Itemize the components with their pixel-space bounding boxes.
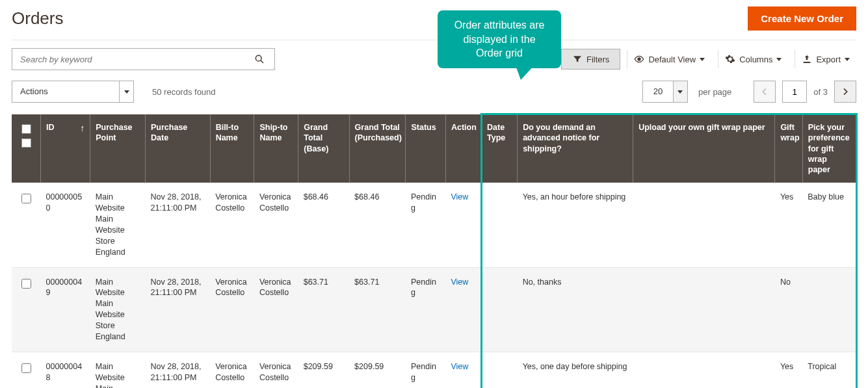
cell-upload-wrap	[633, 352, 775, 388]
view-link[interactable]: View	[451, 192, 468, 201]
records-found-text: 50 records found	[152, 87, 216, 97]
cell-date-type	[482, 267, 518, 352]
cell-upload-wrap	[633, 183, 775, 267]
table-row[interactable]: 000000048 Main Website Main Website Stor…	[12, 352, 856, 388]
col-header-action[interactable]: Action	[445, 114, 481, 183]
cell-grand-total-purchased: $63.71	[349, 267, 406, 352]
actions-dropdown[interactable]: Actions	[12, 81, 134, 103]
col-header-advanced-notice[interactable]: Do you demand an advanced notice for shi…	[518, 114, 633, 183]
table-row[interactable]: 000000050 Main Website Main Website Stor…	[12, 183, 856, 267]
table-row[interactable]: 000000049 Main Website Main Website Stor…	[12, 267, 856, 352]
cell-purchase-date: Nov 28, 2018, 21:11:00 PM	[146, 352, 211, 388]
cell-wrap-pref	[802, 267, 856, 352]
cell-id: 000000050	[41, 183, 90, 267]
filters-label: Filters	[586, 55, 609, 64]
cell-id: 000000048	[41, 352, 90, 388]
cell-gift-wrap: No	[775, 267, 802, 352]
cell-status: Pending	[406, 267, 445, 352]
annotation-callout: Order attributes are displayed in the Or…	[438, 10, 561, 68]
funnel-icon	[572, 54, 583, 64]
cell-grand-total-base: $68.46	[298, 183, 349, 267]
cell-date-type	[482, 352, 518, 388]
chevron-down-icon	[677, 90, 683, 94]
col-header-grand-total-base[interactable]: Grand Total (Base)	[298, 114, 349, 183]
actions-dropdown-caret[interactable]	[119, 81, 133, 102]
per-page-caret[interactable]	[673, 81, 687, 102]
col-header-purchase-date[interactable]: Purchase Date	[146, 114, 211, 183]
cell-grand-total-base: $63.71	[298, 267, 349, 352]
search-input[interactable]	[12, 49, 244, 70]
cell-advanced-notice: Yes, an hour before shipping	[518, 183, 633, 267]
col-header-wrap-pref[interactable]: Pick your preference for gift wrap paper	[802, 114, 856, 183]
svg-line-1	[261, 60, 263, 63]
sort-arrow-icon: ↑	[80, 122, 85, 134]
next-page-button[interactable]	[834, 81, 856, 103]
cell-ship-to: Veronica Costello	[254, 183, 298, 267]
export-label: Export	[816, 55, 841, 64]
create-new-order-button[interactable]: Create New Order	[748, 6, 856, 31]
cell-wrap-pref: Baby blue	[802, 183, 856, 267]
export-icon	[802, 54, 812, 64]
orders-grid: ▾ ID↑ Purchase Point Purchase Date Bill-…	[12, 114, 856, 388]
chevron-right-icon	[840, 86, 850, 97]
col-header-grand-total-purchased[interactable]: Grand Total (Purchased)	[349, 114, 406, 183]
cell-purchase-date: Nov 28, 2018, 21:11:00 PM	[146, 267, 211, 352]
select-all-checkbox[interactable]	[21, 124, 31, 134]
cell-gift-wrap: Yes	[775, 183, 802, 267]
col-header-id-label: ID	[46, 123, 55, 132]
cell-grand-total-purchased: $68.46	[349, 183, 406, 267]
cell-purchase-point: Main Website Main Website Store England	[90, 183, 146, 267]
columns-label: Columns	[739, 55, 772, 64]
cell-bill-to: Veronica Costello	[210, 352, 254, 388]
select-all-dropdown[interactable]: ▾	[21, 138, 31, 148]
chevron-down-icon	[845, 58, 850, 61]
search-icon	[254, 54, 265, 64]
cell-ship-to: Veronica Costello	[254, 352, 298, 388]
per-page-value: 20	[643, 81, 673, 102]
col-header-bill-to[interactable]: Bill-to Name	[210, 114, 254, 183]
default-view-label: Default View	[648, 55, 696, 64]
col-header-date-type[interactable]: Date Type	[482, 114, 518, 183]
gear-icon	[725, 54, 735, 64]
cell-upload-wrap	[633, 267, 775, 352]
col-header-id[interactable]: ID↑	[41, 114, 90, 183]
per-page-label: per page	[698, 87, 731, 97]
col-header-status[interactable]: Status	[406, 114, 445, 183]
row-checkbox[interactable]	[21, 279, 31, 289]
columns-button[interactable]: Columns	[718, 50, 788, 68]
actions-label: Actions	[12, 81, 119, 102]
default-view-button[interactable]: Default View	[627, 50, 711, 68]
row-checkbox[interactable]	[21, 194, 31, 203]
col-header-gift-wrap[interactable]: Gift wrap	[775, 114, 802, 183]
col-header-upload-wrap[interactable]: Upload your own gift wrap paper	[633, 114, 775, 183]
cell-advanced-notice: Yes, one day before shipping	[518, 352, 633, 388]
cell-status: Pending	[406, 352, 445, 388]
search-button[interactable]	[244, 49, 274, 70]
chevron-left-icon	[759, 86, 770, 97]
view-link[interactable]: View	[451, 278, 468, 287]
col-header-purchase-point[interactable]: Purchase Point	[90, 114, 146, 183]
col-header-checkbox[interactable]: ▾	[12, 114, 41, 183]
col-header-ship-to[interactable]: Ship-to Name	[254, 114, 298, 183]
page-number-input[interactable]	[782, 81, 807, 103]
total-pages-text: of 3	[813, 87, 828, 97]
svg-point-0	[256, 55, 261, 61]
cell-purchase-point: Main Website Main Website Store England	[90, 267, 146, 352]
cell-status: Pending	[406, 183, 445, 267]
grid-header-row: ▾ ID↑ Purchase Point Purchase Date Bill-…	[12, 114, 856, 183]
cell-purchase-point: Main Website Main Website Store England	[90, 352, 146, 388]
cell-purchase-date: Nov 28, 2018, 21:11:00 PM	[146, 183, 211, 267]
prev-page-button[interactable]	[754, 81, 776, 103]
per-page-select[interactable]: 20	[642, 81, 688, 103]
cell-id: 000000049	[41, 267, 90, 352]
row-checkbox[interactable]	[21, 363, 31, 373]
cell-bill-to: Veronica Costello	[210, 183, 254, 267]
page-title: Orders	[12, 8, 63, 29]
cell-grand-total-base: $209.59	[298, 352, 349, 388]
chevron-down-icon	[776, 58, 782, 61]
cell-gift-wrap: Yes	[775, 352, 802, 388]
filters-button[interactable]: Filters	[561, 49, 620, 70]
cell-date-type	[482, 183, 518, 267]
view-link[interactable]: View	[451, 362, 468, 371]
export-button[interactable]: Export	[795, 50, 856, 68]
